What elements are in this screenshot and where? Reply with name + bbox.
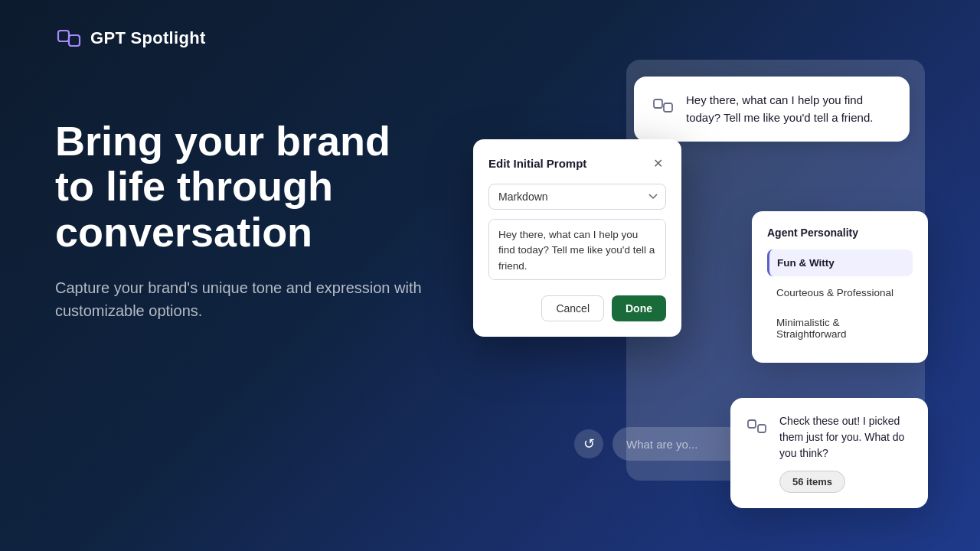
- edit-prompt-modal: Edit Initial Prompt ✕ Markdown Plain Tex…: [473, 139, 681, 337]
- svg-rect-3: [664, 103, 672, 112]
- items-card-content: Check these out! I picked them just for …: [779, 413, 913, 493]
- modal-close-button[interactable]: ✕: [649, 155, 666, 171]
- chat-bot-icon: [651, 93, 675, 118]
- personality-item-minimalistic[interactable]: Minimalistic & Straightforward: [767, 309, 913, 347]
- app-name: GPT Spotlight: [90, 28, 206, 48]
- personality-item-fun-witty[interactable]: Fun & Witty: [767, 249, 913, 276]
- hero-section: Bring your brand to life through convers…: [55, 119, 438, 322]
- format-select[interactable]: Markdown Plain Text HTML: [488, 184, 666, 210]
- personality-card: Agent Personality Fun & Witty Courteous …: [752, 211, 928, 363]
- svg-rect-4: [748, 420, 756, 428]
- items-card-bot-icon: [746, 415, 769, 438]
- refresh-button[interactable]: ↺: [574, 429, 603, 458]
- cancel-button[interactable]: Cancel: [541, 295, 604, 321]
- svg-rect-1: [69, 35, 80, 46]
- items-card-text: Check these out! I picked them just for …: [779, 413, 913, 461]
- done-button[interactable]: Done: [612, 295, 666, 321]
- modal-header: Edit Initial Prompt ✕: [488, 155, 666, 171]
- chat-bubble-top: Hey there, what can I help you find toda…: [634, 77, 910, 142]
- modal-title: Edit Initial Prompt: [488, 157, 586, 170]
- svg-rect-5: [758, 425, 766, 432]
- hero-subtitle: Capture your brand's unique tone and exp…: [55, 276, 438, 322]
- personality-item-courteous[interactable]: Courteous & Professional: [767, 279, 913, 306]
- svg-rect-2: [654, 99, 662, 108]
- items-badge-button[interactable]: 56 items: [779, 471, 845, 493]
- chat-input-placeholder: What are yo...: [626, 438, 697, 451]
- modal-actions: Cancel Done: [488, 295, 666, 321]
- app-logo-icon: [55, 24, 83, 52]
- svg-rect-0: [58, 31, 69, 41]
- chat-bubble-text: Hey there, what can I help you find toda…: [686, 92, 893, 126]
- personality-title: Agent Personality: [767, 227, 913, 239]
- hero-title: Bring your brand to life through convers…: [55, 119, 438, 255]
- items-card: Check these out! I picked them just for …: [730, 398, 928, 508]
- prompt-textarea[interactable]: Hey there, what can I help you find toda…: [488, 219, 666, 280]
- app-header: GPT Spotlight: [55, 24, 206, 52]
